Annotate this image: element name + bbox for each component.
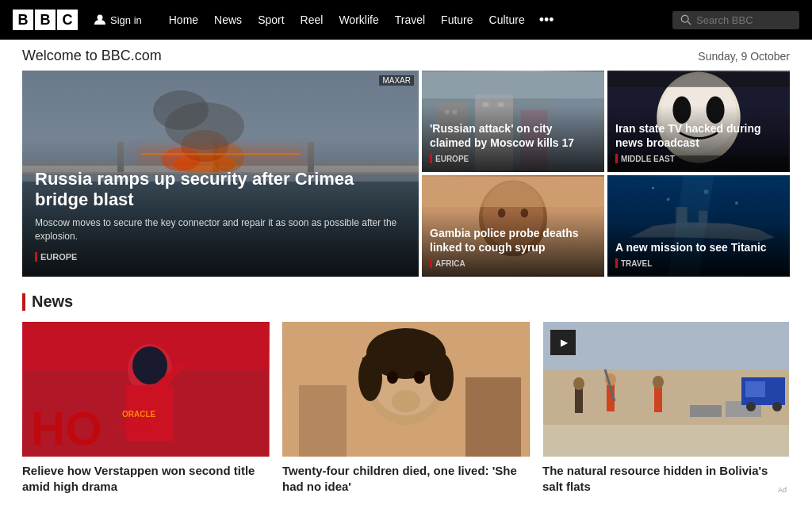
main-article-region: EUROPE [35,252,77,262]
svg-point-44 [667,198,670,201]
svg-point-69 [392,390,420,412]
side-article-gambia[interactable]: Gambia police probe deaths linked to cou… [422,175,604,277]
bbc-logo-c: C [57,10,78,30]
search-input[interactable] [696,14,783,26]
svg-rect-86 [543,425,789,457]
svg-rect-65 [362,358,369,373]
nav-travel[interactable]: Travel [387,0,433,40]
news-card-children[interactable]: Twenty-four children died, one lived: 'S… [282,322,530,495]
maxar-badge: MAXAR [379,75,414,86]
svg-point-68 [414,371,425,384]
verstappen-image-container: HO ORACLE Red Bull [22,322,270,457]
news-card-bolivia[interactable]: The natural resource hidden in Bolivia's… [542,322,790,495]
svg-rect-71 [543,322,789,377]
news-section: News HO [0,277,812,495]
svg-point-63 [358,354,382,401]
children-image-container [282,322,530,457]
svg-point-0 [98,15,103,21]
verstappen-headline: Relieve how Verstappen won second title … [22,463,270,495]
bbc-logo-b2: B [35,10,56,30]
top-stories-grid: MAXAR Russia ramps up security after Cri… [0,71,812,277]
search-bar[interactable] [672,11,799,29]
welcome-bar: Welcome to BBC.com Sunday, 9 October [0,40,812,71]
side-article-titanic[interactable]: A new mission to see Titanic TRAVEL [607,175,790,277]
children-image-svg [282,322,530,457]
iran-tv-content: Iran state TV hacked during news broadca… [607,105,790,172]
bolivia-image-container [542,322,790,457]
gambia-region: AFRICA [430,258,465,268]
nav-reel[interactable]: Reel [293,0,331,40]
welcome-title: Welcome to BBC.com [22,48,162,64]
main-article-overlay: Russia ramps up security after Crimea br… [22,137,419,277]
news-section-heading: News [22,293,790,311]
main-nav: Home News Sport Reel Worklife Travel Fut… [161,0,657,40]
svg-text:HO: HO [31,402,102,455]
nav-sport[interactable]: Sport [250,0,292,40]
svg-rect-83 [745,381,765,397]
bbc-logo-b1: B [13,10,33,30]
svg-point-74 [573,377,584,390]
nav-more-button[interactable]: ••• [533,12,561,29]
nav-future[interactable]: Future [433,0,481,40]
side-article-iran-tv[interactable]: Iran state TV hacked during news broadca… [607,71,790,172]
play-button[interactable] [550,330,576,355]
bbc-logo[interactable]: B B C [13,10,78,30]
gambia-content: Gambia police probe deaths linked to cou… [422,210,604,277]
verstappen-image-svg: HO ORACLE Red Bull [22,322,270,457]
nav-news[interactable]: News [206,0,250,40]
titanic-headline: A new mission to see Titanic [615,240,782,254]
titanic-content: A new mission to see Titanic TRAVEL [607,224,790,277]
side-article-russian-attack[interactable]: 'Russian attack' on city claimed by Mosc… [422,71,604,172]
svg-text:Red Bull: Red Bull [118,421,151,430]
svg-point-47 [652,187,654,189]
main-article-headline: Russia ramps up security after Crimea br… [35,169,406,211]
ad-label: Ad [778,486,787,494]
svg-point-79 [653,376,664,388]
bolivia-headline: The natural resource hidden in Bolivia's… [542,463,790,495]
iran-tv-region: MIDDLE EAST [615,154,675,163]
main-article[interactable]: MAXAR Russia ramps up security after Cri… [22,71,419,277]
svg-point-1 [681,15,688,22]
nav-worklife[interactable]: Worklife [331,0,386,40]
search-icon [680,14,691,25]
site-header: B B C Sign in Home News Sport Reel Workl… [0,0,812,40]
main-article-description: Moscow moves to secure the key connector… [35,216,406,243]
side-top-row: 'Russian attack' on city claimed by Mosc… [422,71,790,172]
side-bottom-row: Gambia police probe deaths linked to cou… [422,175,790,277]
russian-attack-headline: 'Russian attack' on city claimed by Mosc… [430,121,596,150]
nav-home[interactable]: Home [161,0,206,40]
svg-text:ORACLE: ORACLE [122,410,156,419]
svg-rect-39 [422,177,604,207]
russian-attack-region: EUROPE [430,154,469,163]
date-display: Sunday, 9 October [698,50,790,63]
user-icon [94,13,106,26]
news-card-verstappen[interactable]: HO ORACLE Red Bull Relieve how Verstapp [22,322,270,495]
svg-rect-58 [299,385,347,457]
russian-attack-content: 'Russian attack' on city claimed by Mosc… [422,105,604,172]
children-headline: Twenty-four children died, one lived: 'S… [282,463,530,495]
svg-point-46 [735,201,738,205]
svg-point-67 [387,371,398,384]
svg-point-15 [153,90,209,130]
svg-rect-59 [465,377,521,457]
svg-rect-80 [690,405,722,417]
svg-line-2 [688,21,691,25]
news-cards-grid: HO ORACLE Red Bull Relieve how Verstapp [22,322,790,495]
iran-tv-headline: Iran state TV hacked during news broadca… [615,121,782,150]
svg-rect-26 [422,72,604,99]
svg-rect-32 [607,72,790,87]
bolivia-image-svg [542,322,790,457]
gambia-headline: Gambia police probe deaths linked to cou… [430,226,596,254]
svg-point-84 [746,402,756,411]
news-heading-label: News [32,293,73,311]
sign-in-button[interactable]: Sign in [94,13,142,26]
svg-rect-66 [438,358,444,373]
nav-culture[interactable]: Culture [481,0,533,40]
titanic-region: TRAVEL [615,258,652,268]
side-articles-grid: 'Russian attack' on city claimed by Mosc… [422,71,790,277]
svg-point-85 [772,402,782,411]
